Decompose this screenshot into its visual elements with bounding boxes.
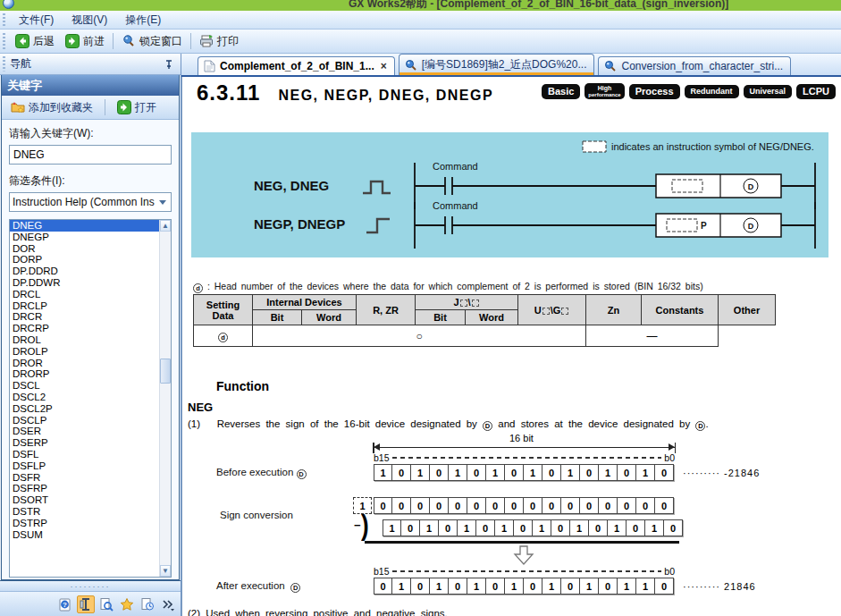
list-items-container: DNEGDNEGPDORDORPDP.DDRDDP.DDWRDRCLDRCLPD… bbox=[10, 220, 159, 577]
list-item[interactable]: DSORT bbox=[10, 494, 159, 506]
search-button[interactable] bbox=[97, 595, 115, 613]
title-bar: GX Works2帮助 - [Complement_of_2_of_BIN_16… bbox=[0, 0, 841, 11]
scroll-down-arrow[interactable]: ▼ bbox=[160, 565, 171, 577]
menu-view[interactable]: 视图(V) bbox=[63, 11, 116, 30]
sign-conversion-bottom-bits: 1010101010101010 bbox=[383, 519, 683, 536]
bit-cell: 0 bbox=[505, 497, 524, 514]
list-item[interactable]: DRCRP bbox=[10, 323, 159, 334]
list-item[interactable]: DSFRP bbox=[10, 483, 159, 494]
tab-conversion-from-character[interactable]: Conversion_from_character_stri... bbox=[598, 56, 791, 75]
history-button[interactable] bbox=[139, 595, 156, 613]
setting-data-note: d : Head number of the devices where the… bbox=[193, 281, 703, 293]
col-constants: Constants bbox=[642, 295, 719, 325]
list-item[interactable]: DSFR bbox=[10, 472, 159, 484]
bit-cell: 0 bbox=[374, 497, 392, 514]
scroll-thumb[interactable] bbox=[160, 359, 171, 384]
main-toolbar: 后退 前进 锁定窗口 打印 bbox=[0, 30, 841, 54]
list-item[interactable]: DRCLP bbox=[10, 300, 159, 312]
list-item[interactable]: DRORP bbox=[10, 368, 159, 380]
badge-process: Process bbox=[629, 84, 680, 99]
keyword-input-label: 请输入关键字(W): bbox=[9, 126, 172, 141]
filter-dropdown[interactable]: Instruction Help (Common Ins bbox=[9, 192, 172, 212]
list-item[interactable]: DSCL2P bbox=[10, 403, 159, 415]
list-item[interactable]: DORP bbox=[10, 254, 159, 266]
list-item[interactable]: DNEGP bbox=[10, 232, 159, 243]
list-item[interactable]: DSCLP bbox=[10, 415, 159, 426]
function-paragraph-1: (1) Reverses the sign of the 16-bit devi… bbox=[188, 418, 709, 431]
col-j-device: J\ bbox=[416, 295, 518, 310]
print-button[interactable]: 打印 bbox=[194, 32, 244, 51]
open-button[interactable]: 打开 bbox=[112, 98, 162, 117]
pushpin-icon bbox=[405, 59, 417, 72]
scroll-up-arrow[interactable]: ▲ bbox=[160, 220, 171, 232]
bit-cell: 1 bbox=[430, 578, 449, 595]
bit-cell: 0 bbox=[430, 497, 449, 514]
bit-cell: 1 bbox=[505, 578, 524, 595]
toolbar-overflow-button[interactable] bbox=[159, 595, 177, 613]
col-other: Other bbox=[719, 295, 776, 325]
add-to-favorites-button[interactable]: 添加到收藏夹 bbox=[5, 98, 98, 117]
tab-sd1869[interactable]: [编号SD1869]轴2_近点DOG%20... bbox=[399, 54, 595, 75]
list-item[interactable]: DSERP bbox=[10, 437, 159, 449]
neg-subheading: NEG bbox=[188, 401, 213, 414]
bit-cell: 0 bbox=[401, 519, 420, 536]
contents-help-button[interactable]: ? bbox=[56, 595, 74, 613]
list-item[interactable]: DSCL2 bbox=[10, 392, 159, 403]
window-title: GX Works2帮助 - [Complement_of_2_of_BIN_16… bbox=[349, 0, 728, 11]
bit-cell: 1 bbox=[570, 519, 589, 536]
bit-cell: 0 bbox=[542, 464, 561, 481]
list-item[interactable]: DROLP bbox=[10, 346, 159, 358]
bit-cell: 1 bbox=[561, 464, 580, 481]
list-item[interactable]: DNEG bbox=[10, 220, 159, 232]
bit-cell: 0 bbox=[411, 578, 430, 595]
list-item[interactable]: DSFL bbox=[10, 449, 159, 460]
bit-cell: 0 bbox=[655, 578, 674, 595]
keyword-input[interactable] bbox=[9, 145, 172, 165]
list-item[interactable]: DRCL bbox=[10, 289, 159, 300]
forward-arrow-icon bbox=[65, 34, 80, 48]
list-item[interactable]: DSTRP bbox=[10, 518, 159, 529]
list-item[interactable]: DP.DDWR bbox=[10, 277, 159, 289]
list-item[interactable]: DOR bbox=[10, 243, 159, 255]
list-item[interactable]: DSER bbox=[10, 426, 159, 437]
list-item[interactable]: DROR bbox=[10, 358, 159, 369]
bit-cell: 1 bbox=[458, 519, 476, 536]
col-internal-devices: Internal Devices bbox=[253, 295, 357, 310]
list-item[interactable]: DSFLP bbox=[10, 460, 159, 472]
tab-close-icon[interactable]: × bbox=[381, 60, 387, 72]
document-tab-bar: Complement_of_2_of_BIN_1... × [编号SD1869]… bbox=[181, 54, 841, 77]
menu-operate[interactable]: 操作(E) bbox=[116, 11, 170, 30]
lock-window-button[interactable]: 锁定窗口 bbox=[116, 32, 188, 51]
section-heading: 6.3.11 NEG, NEGP, DNEG, DNEGP bbox=[197, 80, 493, 105]
panel-splitter[interactable]: ········· bbox=[0, 580, 181, 591]
bit-cell: 0 bbox=[524, 497, 542, 514]
list-item[interactable]: DSUM bbox=[10, 529, 159, 541]
favorites-button[interactable] bbox=[118, 595, 136, 613]
device-number-placeholder bbox=[460, 300, 467, 307]
tab-complement-of-2[interactable]: Complement_of_2_of_BIN_1... × bbox=[198, 56, 395, 75]
document-icon bbox=[204, 60, 215, 72]
list-item[interactable]: DSTR bbox=[10, 506, 159, 518]
star-icon bbox=[120, 597, 134, 612]
menu-file[interactable]: 文件(F) bbox=[10, 11, 63, 30]
list-item[interactable]: DROL bbox=[10, 334, 159, 346]
list-item[interactable]: DP.DDRD bbox=[10, 266, 159, 277]
auto-hide-pin-icon[interactable] bbox=[163, 58, 175, 71]
add-favorite-icon bbox=[11, 100, 25, 114]
after-execution-bits: 0101010101010110 bbox=[374, 578, 674, 595]
bit-cell: 1 bbox=[533, 519, 551, 536]
chevron-overflow-icon bbox=[161, 597, 175, 612]
list-scrollbar[interactable]: ▲ ▼ bbox=[159, 220, 171, 577]
bit-cell: 0 bbox=[664, 519, 683, 536]
paren-sign: ) bbox=[361, 509, 369, 542]
back-button[interactable]: 后退 bbox=[10, 32, 60, 51]
forward-button[interactable]: 前进 bbox=[60, 32, 110, 51]
bit-cell: 0 bbox=[580, 464, 599, 481]
scroll-track[interactable] bbox=[160, 232, 171, 565]
down-arrow-icon bbox=[513, 545, 534, 565]
keyword-search-mode-button[interactable] bbox=[77, 595, 95, 613]
bit-cell: 0 bbox=[599, 497, 618, 514]
list-item[interactable]: DSCL bbox=[10, 380, 159, 392]
device-number-placeholder bbox=[472, 300, 479, 307]
list-item[interactable]: DRCR bbox=[10, 311, 159, 323]
